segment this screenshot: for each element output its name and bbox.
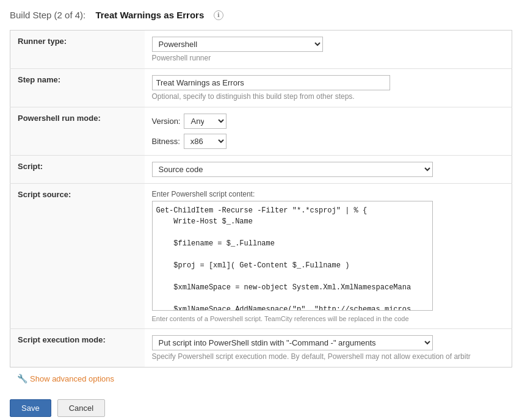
powershell-run-mode-label: Powershell run mode: bbox=[10, 107, 145, 156]
step-name-row: Step name: Optional, specify to distingu… bbox=[10, 69, 512, 107]
buttons-row: Save Cancel bbox=[10, 389, 512, 417]
form-table: Runner type: Powershell Powershell runne… bbox=[10, 30, 512, 368]
script-label: Script: bbox=[10, 156, 145, 184]
step-name-hint: Optional, specify to distinguish this bu… bbox=[152, 92, 505, 101]
bitness-label: Bitness: bbox=[152, 137, 180, 146]
runner-type-hint: Powershell runner bbox=[152, 54, 505, 62]
script-select[interactable]: Source codeFile bbox=[152, 162, 433, 177]
script-source-row: Script source: Enter Powershell script c… bbox=[10, 184, 512, 329]
runner-type-label: Runner type: bbox=[10, 31, 145, 69]
script-execution-mode-hint: Specify Powershell script execution mode… bbox=[152, 352, 505, 361]
version-row: Version: Any bbox=[152, 114, 505, 129]
script-source-hint: Enter contents of a Powershell script. T… bbox=[152, 315, 505, 322]
show-advanced-options[interactable]: 🔧 Show advanced options bbox=[10, 368, 512, 389]
script-execution-mode-label: Script execution mode: bbox=[10, 329, 145, 368]
step-name-value-cell: Optional, specify to distinguish this bu… bbox=[145, 69, 512, 107]
info-icon[interactable]: ℹ bbox=[214, 10, 223, 20]
wrench-icon: 🔧 bbox=[17, 374, 27, 383]
bitness-select[interactable]: x86x64 bbox=[184, 134, 227, 149]
bitness-row: Bitness: x86x64 bbox=[152, 134, 505, 149]
code-label: Enter Powershell script content: bbox=[152, 190, 505, 198]
script-source-value-cell: Enter Powershell script content: Get-Chi… bbox=[145, 184, 512, 329]
script-execution-mode-select[interactable]: Put script into PowerShell stdin with "-… bbox=[152, 335, 433, 350]
runner-type-select[interactable]: Powershell bbox=[152, 37, 323, 52]
title-main: Treat Warnings as Errors bbox=[95, 10, 204, 20]
script-source-label: Script source: bbox=[10, 184, 145, 329]
script-row: Script: Source codeFile bbox=[10, 156, 512, 184]
powershell-run-mode-row: Powershell run mode: Version: Any Bitnes… bbox=[10, 107, 512, 156]
script-code-textarea[interactable]: Get-ChildItem -Recurse -Filter "*.*cspro… bbox=[152, 201, 433, 311]
version-select[interactable]: Any bbox=[184, 114, 227, 129]
title-step-prefix: Build Step (2 of 4): bbox=[10, 10, 85, 20]
step-name-input[interactable] bbox=[152, 75, 390, 90]
code-area-wrapper: Get-ChildItem -Recurse -Filter "*.*cspro… bbox=[152, 201, 505, 313]
script-value-cell: Source codeFile bbox=[145, 156, 512, 184]
page-title: Build Step (2 of 4): Treat Warnings as E… bbox=[10, 10, 512, 20]
version-label: Version: bbox=[152, 117, 181, 126]
cancel-button[interactable]: Cancel bbox=[57, 399, 105, 417]
script-execution-mode-value-cell: Put script into PowerShell stdin with "-… bbox=[145, 329, 512, 368]
save-button[interactable]: Save bbox=[10, 399, 51, 417]
runner-type-value-cell: Powershell Powershell runner bbox=[145, 31, 512, 69]
script-execution-mode-row: Script execution mode: Put script into P… bbox=[10, 329, 512, 368]
step-name-label: Step name: bbox=[10, 69, 145, 107]
powershell-run-mode-value-cell: Version: Any Bitness: x86x64 bbox=[145, 107, 512, 156]
advanced-options-label: Show advanced options bbox=[30, 374, 114, 383]
runner-type-row: Runner type: Powershell Powershell runne… bbox=[10, 31, 512, 69]
